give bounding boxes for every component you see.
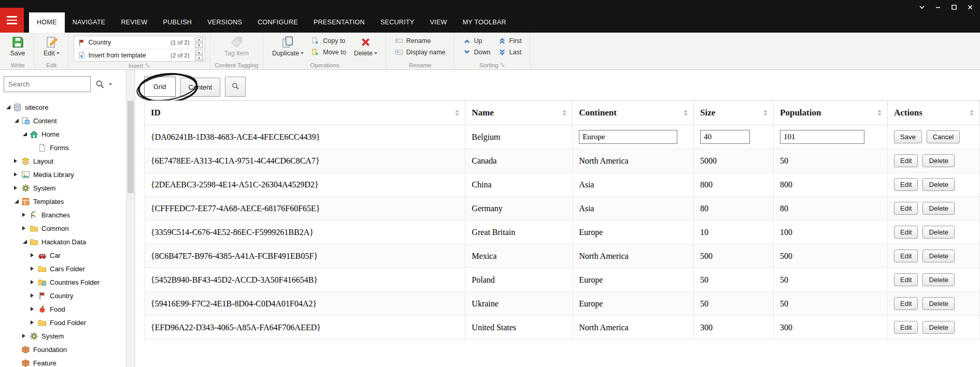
tree-item-cars-folder[interactable]: Cars Folder [2, 262, 126, 275]
insert-option-insert-from-template[interactable]: Insert from template(2 of 2) [74, 49, 205, 61]
tree-item-country[interactable]: Country [2, 289, 126, 302]
tree-expand-arrow[interactable] [29, 267, 37, 271]
tree-item-food-folder[interactable]: Food Folder [2, 316, 126, 329]
delete-button[interactable]: Delete [922, 273, 955, 286]
tree-item-countries-folder[interactable]: Countries Folder [2, 275, 126, 289]
ribbon-button-save[interactable]: Save [6, 34, 30, 57]
edit-button[interactable]: Edit [894, 202, 918, 215]
tree-scrollbar[interactable] [126, 70, 135, 367]
tree-item-branches[interactable]: Branches [2, 208, 126, 222]
delete-button[interactable]: Delete [922, 321, 955, 334]
ribbon-button-rename[interactable]: Rename [395, 36, 446, 46]
tree-expand-arrow[interactable] [12, 159, 20, 163]
delete-button[interactable]: Delete [922, 154, 955, 167]
column-header-population[interactable]: Population [774, 101, 888, 125]
spinner-down-button[interactable] [195, 43, 203, 48]
column-header-continent[interactable]: Continent [573, 101, 694, 125]
column-header-actions[interactable]: Actions [888, 101, 980, 125]
tree-expand-arrow[interactable] [4, 105, 12, 109]
ribbon-collapse-button[interactable] [918, 4, 926, 11]
tree-item-home[interactable]: Home [2, 127, 126, 141]
tree-expand-arrow[interactable] [21, 132, 29, 136]
delete-button[interactable]: Delete [922, 202, 955, 215]
tree-expand-arrow[interactable] [12, 119, 20, 123]
population-input[interactable] [780, 130, 864, 144]
ribbon-tab-publish[interactable]: PUBLISH [155, 12, 200, 33]
delete-button[interactable]: Delete [922, 178, 955, 191]
edit-button[interactable]: Edit [894, 178, 918, 191]
delete-button[interactable]: Delete [922, 297, 955, 310]
tree-item-sitecore[interactable]: sitecore [2, 100, 126, 114]
ribbon-button-display-name[interactable]: Display name [395, 48, 446, 57]
search-button[interactable] [95, 79, 105, 89]
ribbon-tab-review[interactable]: REVIEW [113, 12, 155, 33]
tree-item-forms[interactable]: Forms [2, 141, 126, 154]
tree-expand-arrow[interactable] [21, 334, 29, 338]
ribbon-button-edit[interactable]: Edit [39, 34, 64, 57]
edit-button[interactable]: Edit [894, 226, 918, 239]
ribbon-tab-versions[interactable]: VERSIONS [200, 12, 250, 33]
delete-button[interactable]: Delete [922, 249, 955, 262]
tree-item-system[interactable]: System [2, 181, 126, 195]
tree-expand-arrow[interactable] [21, 226, 29, 230]
close-button[interactable] [967, 4, 974, 11]
ribbon-tab-security[interactable]: SECURITY [373, 12, 422, 33]
tree-expand-arrow[interactable] [29, 280, 37, 284]
editor-tab-search[interactable] [225, 77, 246, 97]
tree-item-common[interactable]: Common [2, 222, 126, 235]
tree-item-media-library[interactable]: Media Library [2, 168, 126, 181]
ribbon-button-move-to[interactable]: Move to [311, 48, 346, 57]
edit-button[interactable]: Edit [894, 154, 918, 167]
save-button[interactable]: Save [894, 130, 922, 143]
spinner-down-button[interactable] [195, 55, 203, 61]
tree-item-layout[interactable]: Layout [2, 154, 126, 168]
tree-expand-arrow[interactable] [29, 293, 37, 298]
minimize-button[interactable] [934, 4, 942, 11]
tree-item-feature[interactable]: Feature [2, 356, 126, 367]
edit-button[interactable]: Edit [894, 249, 918, 262]
ribbon-tab-view[interactable]: VIEW [422, 12, 455, 33]
tree-item-car[interactable]: Car [2, 248, 126, 262]
editor-tab-content[interactable]: Content [180, 78, 221, 97]
ribbon-button-last[interactable]: Last [498, 48, 522, 57]
search-options-dropdown[interactable] [109, 82, 112, 87]
edit-button[interactable]: Edit [894, 273, 918, 286]
tree-item-food[interactable]: Food [2, 302, 126, 316]
ribbon-tab-presentation[interactable]: PRESENTATION [306, 12, 373, 33]
column-header-id[interactable]: ID [145, 101, 465, 125]
maximize-button[interactable] [950, 4, 958, 11]
editor-tab-grid[interactable]: Grid [144, 77, 176, 97]
ribbon-button-first[interactable]: First [498, 36, 522, 46]
ribbon-tab-navigate[interactable]: NAVIGATE [65, 12, 113, 33]
hamburger-menu-button[interactable] [0, 8, 24, 33]
scrollbar-thumb[interactable] [127, 101, 134, 193]
edit-button[interactable]: Edit [894, 297, 918, 310]
ribbon-button-up[interactable]: Up [463, 36, 491, 46]
edit-button[interactable]: Edit [894, 321, 918, 334]
tree-item-foundation[interactable]: Foundation [2, 343, 126, 356]
ribbon-tab-home[interactable]: HOME [29, 12, 65, 33]
cancel-button[interactable]: Cancel [927, 130, 960, 143]
ribbon-button-duplicate[interactable]: Duplicate [268, 34, 308, 57]
tree-expand-arrow[interactable] [29, 253, 37, 257]
tree-item-content[interactable]: Content [2, 114, 126, 127]
ribbon-button-delete[interactable]: Delete [350, 34, 381, 57]
ribbon-tab-configure[interactable]: CONFIGURE [250, 12, 306, 33]
search-input[interactable] [4, 76, 91, 92]
column-header-size[interactable]: Size [694, 101, 774, 125]
column-header-name[interactable]: Name [465, 101, 573, 125]
tree-expand-arrow[interactable] [12, 199, 20, 203]
spinner-up-button[interactable] [195, 50, 203, 55]
tree-expand-arrow[interactable] [29, 320, 37, 325]
size-input[interactable] [700, 130, 750, 144]
ribbon-tab-my-toolbar[interactable]: MY TOOLBAR [455, 12, 514, 33]
delete-button[interactable]: Delete [922, 226, 955, 239]
spinner-up-button[interactable] [195, 37, 203, 42]
continent-input[interactable] [579, 130, 677, 144]
tree-expand-arrow[interactable] [21, 240, 29, 244]
ribbon-button-down[interactable]: Down [463, 48, 491, 57]
tree-expand-arrow[interactable] [29, 307, 37, 311]
insert-option-country[interactable]: Country(1 of 2) [74, 36, 205, 49]
ribbon-button-copy-to[interactable]: Copy to [311, 36, 346, 46]
tree-item-hackaton-data[interactable]: Hackaton Data [2, 235, 126, 248]
